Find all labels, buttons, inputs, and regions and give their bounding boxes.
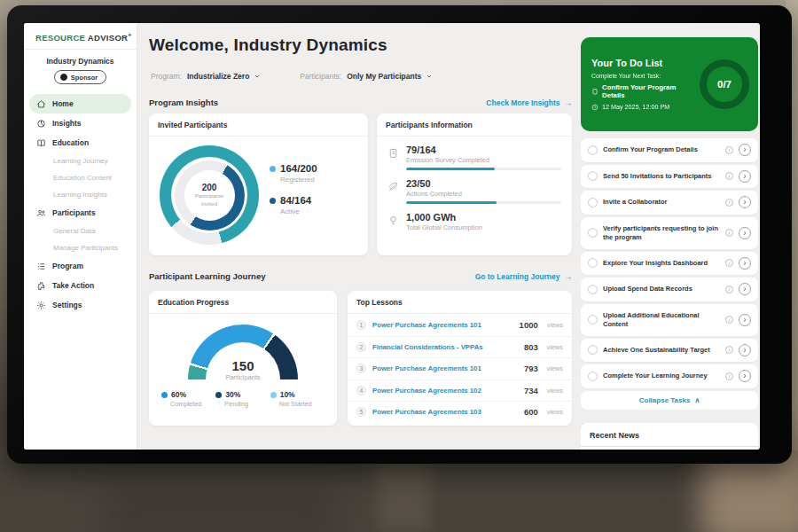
sidebar-item-learning-journey[interactable]: Learning Journey — [29, 153, 131, 169]
check-more-insights-link[interactable]: Check More Insights → — [486, 98, 572, 107]
consumption-icon — [387, 215, 399, 226]
lesson-link[interactable]: Power Purchase Agreements 101 — [372, 364, 518, 372]
collapse-tasks-link[interactable]: Collapse Tasks ∧ — [581, 391, 758, 410]
rank-badge: 2 — [356, 342, 366, 352]
legend-item-pending: 30% Pending — [215, 390, 270, 408]
stat-total-consumption: 1,000 GWh Total Global Consumption — [387, 212, 561, 231]
participants-filter-dropdown[interactable]: Only My Participants — [347, 72, 433, 81]
progress-bar — [406, 201, 561, 204]
sidebar-item-participants[interactable]: Participants — [29, 203, 131, 223]
sidebar-item-label: Take Action — [52, 281, 94, 290]
views-count: 803 — [524, 342, 538, 352]
info-icon[interactable]: i — [725, 286, 733, 293]
info-icon[interactable]: i — [725, 316, 733, 324]
sponsor-badge-label: Sponsor — [71, 74, 98, 82]
gauge-legend: 60% Completed 30% Pending 10% Not Starte… — [149, 381, 337, 408]
sidebar-item-education[interactable]: Education — [29, 133, 131, 153]
sidebar-item-home[interactable]: Home — [29, 94, 131, 113]
lesson-link[interactable]: Power Purchase Agreements 101 — [372, 321, 513, 329]
todo-title: Your To Do List — [591, 58, 694, 68]
task-label: Verify participants requesting to join t… — [603, 221, 720, 246]
task-row[interactable]: Explore Your Insights Dashboardi› — [581, 252, 758, 276]
filter-bar: Program: Industrialize Zero Participants… — [151, 72, 433, 81]
info-icon[interactable]: i — [725, 259, 733, 267]
task-checkbox[interactable] — [588, 198, 598, 207]
actions-icon — [387, 181, 399, 192]
sidebar-item-take-action[interactable]: Take Action — [29, 276, 131, 295]
chevron-right-icon[interactable]: › — [739, 144, 751, 156]
sidebar-item-label: Participants — [52, 208, 96, 217]
chevron-right-icon[interactable]: › — [739, 283, 751, 295]
task-row[interactable]: Upload Additional Educational Contenti› — [581, 304, 758, 336]
task-checkbox[interactable] — [588, 345, 598, 355]
lesson-link[interactable]: Financial Considerations - VPPAs — [372, 343, 518, 351]
task-checkbox[interactable] — [588, 372, 598, 381]
task-list: Confirm Your Program Detailsi› Send 50 I… — [581, 138, 758, 410]
chevron-right-icon[interactable]: › — [739, 344, 751, 356]
views-suffix: views — [547, 408, 563, 416]
lesson-row: 4 Power Purchase Agreements 102 734views — [348, 379, 572, 402]
sidebar-item-label: Learning Journey — [53, 157, 108, 165]
task-checkbox[interactable] — [588, 145, 598, 155]
task-checkbox[interactable] — [588, 228, 598, 238]
sidebar-item-manage-participants[interactable]: Manage Participants — [29, 239, 131, 256]
task-checkbox[interactable] — [588, 258, 598, 268]
task-row[interactable]: Invite a Collaboratori› — [581, 191, 758, 215]
rank-badge: 4 — [356, 386, 366, 395]
chevron-right-icon[interactable]: › — [739, 314, 751, 326]
sidebar-item-insights[interactable]: Insights — [29, 113, 131, 133]
info-icon[interactable]: i — [725, 146, 733, 154]
arrow-right-icon: → — [565, 98, 573, 107]
task-checkbox[interactable] — [588, 285, 598, 294]
info-icon[interactable]: i — [725, 199, 733, 207]
legend-item-registered: 164/200 Registered — [270, 163, 317, 184]
chevron-right-icon[interactable]: › — [739, 227, 751, 239]
views-count: 793 — [524, 364, 538, 373]
chevron-right-icon[interactable]: › — [739, 196, 751, 208]
chevron-right-icon[interactable]: › — [739, 257, 751, 270]
task-row[interactable]: Complete Your Learning Journeyi› — [581, 364, 758, 388]
task-row[interactable]: Send 50 Invitations to Participantsi› — [581, 165, 758, 189]
sidebar-item-education-content[interactable]: Education Content — [29, 169, 131, 186]
sidebar-item-settings[interactable]: Settings — [29, 295, 131, 315]
program-filter-label: Program: — [151, 72, 182, 81]
sidebar-item-program[interactable]: Program — [29, 256, 131, 276]
donut-legend: 164/200 Registered 84/164 Active — [270, 163, 317, 227]
info-icon[interactable]: i — [725, 229, 733, 237]
info-icon[interactable]: i — [725, 346, 733, 354]
task-row[interactable]: Verify participants requesting to join t… — [581, 217, 758, 249]
chevron-right-icon[interactable]: › — [739, 370, 751, 382]
sidebar-item-general-data[interactable]: General Data — [29, 223, 131, 239]
chevron-down-icon — [254, 73, 261, 80]
lesson-link[interactable]: Power Purchase Agreements 103 — [372, 408, 518, 416]
go-to-learning-journey-link[interactable]: Go to Learning Journey → — [475, 272, 572, 281]
views-suffix: views — [547, 321, 563, 329]
rank-badge: 5 — [356, 407, 366, 417]
education-progress-card: Education Progress 150 Participants 60% … — [149, 291, 337, 426]
gauge-value: 150 — [149, 358, 337, 373]
clipboard-icon — [591, 88, 598, 95]
task-checkbox[interactable] — [588, 171, 598, 181]
info-icon[interactable]: i — [725, 172, 733, 180]
rank-badge: 1 — [356, 320, 366, 330]
legend-label: Pending — [224, 400, 270, 408]
link-label: Collapse Tasks — [639, 396, 691, 404]
task-row[interactable]: Upload Spend Data Recordsi› — [581, 278, 758, 301]
gauge-center-text: 150 Participants — [149, 358, 337, 381]
dashboard-screen: RESOURCE ADVISOR+ Industry Dynamics Spon… — [24, 23, 760, 450]
task-row[interactable]: Achieve One Sustainability Targeti› — [581, 339, 758, 363]
views-count: 734 — [524, 386, 538, 395]
task-checkbox[interactable] — [588, 315, 598, 325]
education-icon — [36, 138, 46, 148]
sidebar-item-learning-insights[interactable]: Learning Insights — [29, 186, 131, 203]
sponsor-icon — [60, 74, 67, 81]
info-icon[interactable]: i — [725, 372, 733, 380]
account-name: Industry Dynamics — [24, 57, 137, 66]
program-filter-dropdown[interactable]: Industrialize Zero — [187, 72, 261, 81]
task-row[interactable]: Confirm Your Program Detailsi› — [581, 138, 758, 162]
link-label: Go to Learning Journey — [475, 272, 560, 281]
lesson-link[interactable]: Power Purchase Agreements 102 — [372, 387, 518, 395]
lesson-row: 1 Power Purchase Agreements 101 1000view… — [348, 314, 572, 336]
stat-actions-completed: 23/50 Actions Completed — [387, 178, 561, 204]
chevron-right-icon[interactable]: › — [739, 170, 751, 183]
